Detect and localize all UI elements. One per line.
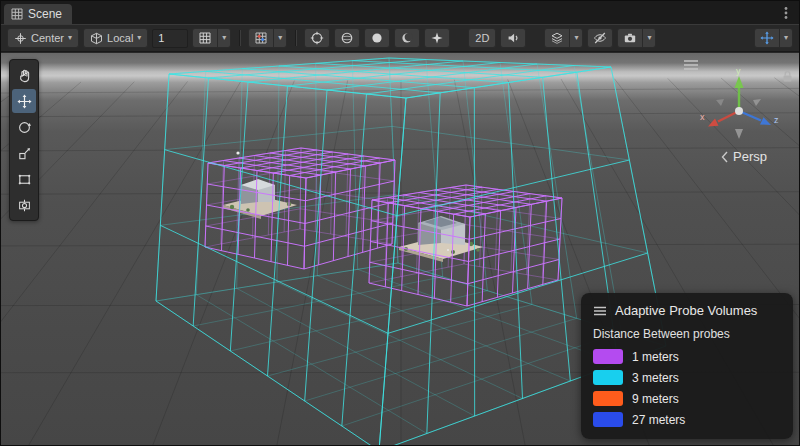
move-icon [17, 94, 32, 109]
scene-lighting-toggle[interactable] [334, 28, 360, 48]
x-axis-cone[interactable] [708, 119, 719, 127]
y-axis-label: y [736, 66, 741, 76]
tool-handle-position-dropdown[interactable]: Center ▾ [7, 28, 79, 48]
camera-dropdown[interactable]: ▾ [643, 28, 656, 48]
moon-icon [400, 31, 414, 45]
scene-camera-gizmo-dropdown[interactable]: ▾ [780, 28, 793, 48]
neg-x-axis-cone[interactable] [753, 99, 761, 106]
snap-grid-icon [254, 31, 268, 45]
chevron-down-icon: ▾ [574, 34, 578, 42]
scene-viewport[interactable]: y x z Persp Adaptive Probe Volumes Dista… [1, 53, 800, 446]
chevron-left-icon [721, 151, 728, 163]
transform-tool-button[interactable] [12, 193, 36, 217]
snap-increment-button[interactable] [248, 28, 274, 48]
rotate-tool-button[interactable] [12, 115, 36, 139]
tab-bar: Scene [1, 1, 799, 24]
x-axis-label: x [700, 112, 705, 122]
grid-visibility-group: ▾ [192, 28, 231, 48]
axis-gizmo-icon[interactable]: y x z [697, 65, 781, 149]
scene-toolbar: Center ▾ Local ▾ ▾ [1, 24, 799, 52]
building-left[interactable] [223, 179, 297, 219]
gizmo-lock-button[interactable] [782, 69, 793, 87]
move-tool-button[interactable] [12, 89, 36, 113]
legend-item: 27 meters [593, 412, 781, 427]
chevron-down-icon: ▾ [68, 34, 72, 42]
swatch-1m [593, 349, 623, 364]
tab-options-icon[interactable] [779, 6, 793, 20]
transform-icon [17, 198, 32, 213]
filled-circle-icon [370, 31, 384, 45]
projection-label: Persp [733, 149, 767, 164]
2d-label: 2D [475, 32, 489, 44]
rect-tool-button[interactable] [12, 167, 36, 191]
sphere-lighting-icon [340, 31, 354, 45]
layers-dropdown[interactable]: ▾ [570, 28, 583, 48]
move-gizmo-blue-icon [760, 31, 774, 45]
swatch-3m [593, 370, 623, 385]
grid-size-input[interactable] [152, 29, 188, 48]
audio-toggle[interactable] [500, 28, 526, 48]
chevron-down-icon: ▾ [137, 34, 141, 42]
particle-systems-toggle[interactable] [424, 28, 450, 48]
tools-overlay [9, 59, 39, 221]
projection-mode-button[interactable]: Persp [721, 149, 767, 164]
z-axis-cone[interactable] [760, 117, 771, 125]
chevron-down-icon: ▾ [222, 34, 226, 42]
rotate-icon [17, 120, 32, 135]
toolbar-separator [239, 30, 240, 46]
fog-toggle[interactable] [394, 28, 420, 48]
neg-y-axis-cone[interactable] [735, 129, 743, 139]
orientation-gizmo[interactable]: y x z [697, 65, 781, 153]
view-hand-tool-button[interactable] [12, 63, 36, 87]
snap-settings-dropdown[interactable]: ▾ [274, 28, 287, 48]
layers-button[interactable] [544, 28, 570, 48]
lock-icon [782, 70, 793, 83]
legend-label-9m: 9 meters [632, 392, 679, 406]
legend-label-1m: 1 meters [632, 350, 679, 364]
camera-settings-group: ▾ [617, 28, 656, 48]
legend-title: Adaptive Probe Volumes [615, 303, 757, 318]
camera-button[interactable] [617, 28, 643, 48]
neg-z-axis-cone[interactable] [716, 99, 724, 106]
2d-mode-toggle[interactable]: 2D [468, 28, 496, 48]
scene-visibility-toggle[interactable] [587, 28, 613, 48]
y-axis-cone[interactable] [734, 76, 743, 88]
gizmos-target-toggle[interactable] [304, 28, 330, 48]
handle-rotation-label: Local [107, 32, 133, 44]
scene-grid-icon [11, 8, 23, 20]
toolbar-separator [295, 30, 296, 46]
cube-icon [90, 32, 103, 45]
scene-camera-gizmo-group: ▾ [754, 28, 793, 48]
legend-label-3m: 3 meters [632, 371, 679, 385]
probe-dot [236, 151, 239, 154]
skybox-toggle[interactable] [364, 28, 390, 48]
legend-header[interactable]: Adaptive Probe Volumes [593, 303, 781, 318]
hand-icon [17, 68, 32, 83]
pivot-center-icon [14, 32, 27, 45]
sparkle-icon [430, 31, 444, 45]
adaptive-probe-volumes-panel: Adaptive Probe Volumes Distance Between … [581, 293, 793, 439]
effects-group: ▾ [544, 28, 583, 48]
tab-scene[interactable]: Scene [4, 4, 72, 24]
layers-icon [550, 31, 564, 45]
target-icon [310, 31, 324, 45]
legend-subtitle: Distance Between probes [593, 327, 781, 341]
tool-handle-rotation-dropdown[interactable]: Local ▾ [83, 28, 148, 48]
swatch-9m [593, 391, 623, 406]
rect-icon [17, 172, 32, 187]
tab-label: Scene [28, 7, 62, 21]
grid-visibility-dropdown[interactable]: ▾ [218, 28, 231, 48]
scene-camera-gizmo-button[interactable] [754, 28, 780, 48]
gizmo-center[interactable] [735, 107, 743, 115]
scale-icon [17, 146, 32, 161]
camera-icon [623, 31, 637, 45]
z-axis-label: z [774, 115, 779, 125]
chevron-down-icon: ▾ [278, 34, 282, 42]
legend-label-27m: 27 meters [632, 413, 685, 427]
handle-position-label: Center [31, 32, 64, 44]
grid-icon [198, 31, 212, 45]
snap-settings-group: ▾ [248, 28, 287, 48]
scale-tool-button[interactable] [12, 141, 36, 165]
grid-visibility-button[interactable] [192, 28, 218, 48]
chevron-down-icon: ▾ [784, 34, 788, 42]
